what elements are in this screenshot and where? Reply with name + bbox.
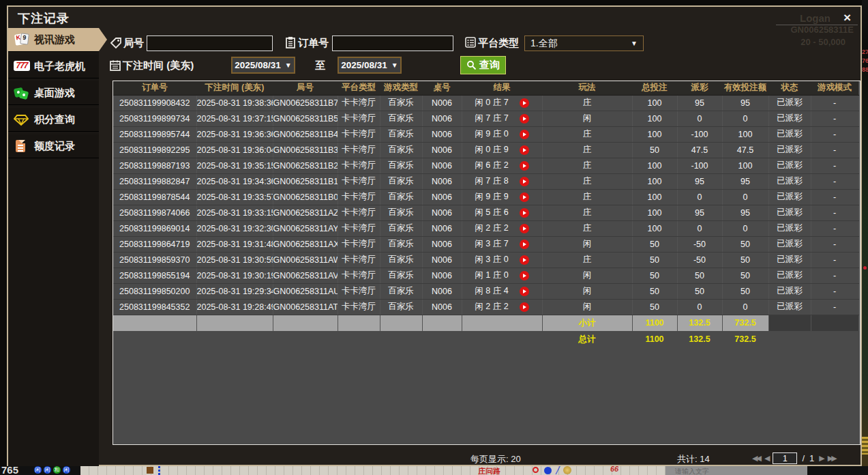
sidebar-item-label: 视讯游戏 [34, 33, 75, 46]
table-row[interactable]: 2508311998502002025-08-31 19:29:34GN0062… [113, 283, 858, 299]
close-icon[interactable]: × [843, 11, 851, 25]
order-no-cell: 250831199874066 [113, 205, 196, 220]
valid-bet-cell: 95 [722, 95, 768, 111]
pagination-footer: 每页显示: 20 共计: 14 ◀◀ ◀ 1 / 1 ▶ ▶▶ [113, 450, 860, 467]
table-no-cell: N006 [422, 173, 462, 189]
table-no-cell: N006 [422, 158, 462, 173]
query-button[interactable]: 查询 [460, 56, 506, 74]
table-row[interactable]: 2508311998647192025-08-31 19:31:48GN0062… [113, 236, 858, 252]
table-no-cell: N006 [422, 268, 462, 283]
replay-play-icon[interactable] [520, 192, 529, 202]
valid-bet-cell: 0 [722, 189, 768, 205]
date-to-picker[interactable]: 2025/08/31 ▼ [338, 57, 402, 74]
table-row[interactable]: 2508311998785442025-08-31 19:33:57GN0062… [113, 189, 858, 205]
date-to-value: 2025/08/31 [341, 60, 387, 70]
replay-play-icon[interactable] [520, 287, 529, 296]
play-type-cell: 庄 [542, 95, 632, 111]
total-bet-cell: 100 [632, 95, 677, 111]
empty-cell [380, 315, 422, 331]
status-cell: 已派彩 [768, 283, 811, 299]
status-cell: 已派彩 [768, 299, 811, 315]
sidebar-item-points-query[interactable]: 积分查询 [8, 108, 99, 132]
diamond-icon [14, 112, 29, 127]
first-page-icon[interactable]: ◀◀ [752, 454, 760, 463]
round-no-input[interactable] [147, 35, 273, 51]
play-type-cell: 庄 [542, 205, 632, 220]
replay-play-icon[interactable] [520, 255, 529, 265]
table-row[interactable]: 2508311998871932025-08-31 19:35:15GN0062… [113, 158, 858, 173]
replay-play-icon[interactable] [520, 161, 529, 171]
status-cell: 已派彩 [768, 111, 811, 126]
play-type-cell: 庄 [542, 142, 632, 158]
bet-time-cell: 2025-08-31 19:32:30 [196, 220, 273, 236]
table-row[interactable]: 2508311998453522025-08-31 19:28:49GN0062… [113, 299, 858, 315]
table-row[interactable]: 2508311998957442025-08-31 19:36:36GN0062… [113, 126, 858, 142]
playing-cards-icon: K9 [14, 32, 29, 47]
platform-cell: 卡卡湾厅 [338, 173, 380, 189]
last-page-icon[interactable]: ▶▶ [828, 454, 835, 463]
replay-play-icon[interactable] [520, 302, 529, 312]
total-bet-cell: 50 [632, 252, 677, 268]
table-no-cell: N006 [422, 252, 462, 268]
round-no-cell: GN006258311B3 [273, 142, 338, 158]
prev-page-icon[interactable]: ◀ [764, 454, 768, 463]
sidebar-item-table-games[interactable]: 桌面游戏 [8, 81, 99, 105]
empty-cell [768, 315, 811, 331]
replay-play-icon[interactable] [520, 177, 529, 186]
table-row[interactable]: 2508311998740662025-08-31 19:33:15GN0062… [113, 205, 858, 220]
replay-play-icon[interactable] [520, 145, 529, 155]
order-no-cell: 250831199892295 [113, 142, 196, 158]
game-type-cell: 百家乐 [380, 299, 422, 315]
sidebar-item-video-games[interactable]: K9 视讯游戏 [8, 28, 99, 52]
game-mode-cell: - [811, 111, 858, 126]
chat-input[interactable]: 请输入文字 [665, 466, 807, 475]
valid-bet-cell: 100 [722, 158, 768, 173]
replay-play-icon[interactable] [520, 114, 529, 124]
sidebar-item-credit-records[interactable]: 额度记录 [8, 134, 99, 158]
table-row[interactable]: 2508311998828472025-08-31 19:34:36GN0062… [113, 173, 858, 189]
play-type-cell: 闲 [542, 283, 632, 299]
page-size-label: 每页显示: 20 [470, 453, 521, 465]
replay-play-icon[interactable] [520, 130, 529, 139]
replay-play-icon[interactable] [520, 98, 529, 108]
result-text: 闲 1 庄 0 [475, 270, 508, 281]
table-row[interactable]: 2508311998690142025-08-31 19:32:30GN0062… [113, 220, 858, 236]
table-row[interactable]: 2508311998922952025-08-31 19:36:04GN0062… [113, 142, 858, 158]
empty-cell [462, 331, 542, 347]
total-bet-cell: 100 [632, 173, 677, 189]
table-row[interactable]: 2508311999084322025-08-31 19:38:36GN0062… [113, 95, 858, 111]
table-row[interactable]: 2508311998997342025-08-31 19:37:15GN0062… [113, 111, 858, 126]
table-no-cell: N006 [422, 220, 462, 236]
platform-cell: 卡卡湾厅 [338, 205, 380, 220]
bet-time-cell: 2025-08-31 19:33:57 [196, 189, 273, 205]
platform-type-select[interactable]: 1.全部 ▼ [524, 35, 644, 51]
bead-road-tie-icon: 和 [53, 466, 61, 474]
empty-cell [811, 315, 858, 331]
replay-play-icon[interactable] [520, 224, 529, 233]
replay-play-icon[interactable] [520, 271, 529, 280]
order-no-input[interactable] [332, 35, 453, 51]
total-bet-cell: 50 [632, 142, 677, 158]
result-cell: 闲 2 庄 2 [462, 220, 542, 236]
dice-icon [14, 85, 29, 100]
replay-play-icon[interactable] [520, 240, 529, 249]
table-row[interactable]: 2508311998593702025-08-31 19:30:59GN0062… [113, 252, 858, 268]
page-number-input[interactable]: 1 [773, 452, 797, 464]
next-page-icon[interactable]: ▶ [819, 454, 822, 463]
query-button-label: 查询 [479, 59, 500, 72]
result-cell: 闲 8 庄 4 [462, 283, 542, 299]
platform-cell: 卡卡湾厅 [338, 220, 380, 236]
game-type-cell: 百家乐 [380, 142, 422, 158]
table-row[interactable]: 2508311998551942025-08-31 19:30:19GN0062… [113, 268, 858, 283]
date-from-picker[interactable]: 2025/08/31 ▼ [231, 57, 295, 74]
replay-play-icon[interactable] [520, 208, 529, 218]
empty-cell [380, 331, 422, 347]
background-stat-numbers: 27 76 88 [862, 48, 868, 74]
sidebar-item-slots[interactable]: 777 电子老虎机 [8, 55, 99, 78]
game-type-cell: 百家乐 [380, 252, 422, 268]
platform-cell: 卡卡湾厅 [338, 268, 380, 283]
bet-time-cell: 2025-08-31 19:30:19 [196, 268, 273, 283]
total-bet-cell: 100 [632, 111, 677, 126]
round-no-cell: GN006258311B1 [273, 173, 338, 189]
result-text: 闲 0 庄 7 [475, 97, 508, 109]
